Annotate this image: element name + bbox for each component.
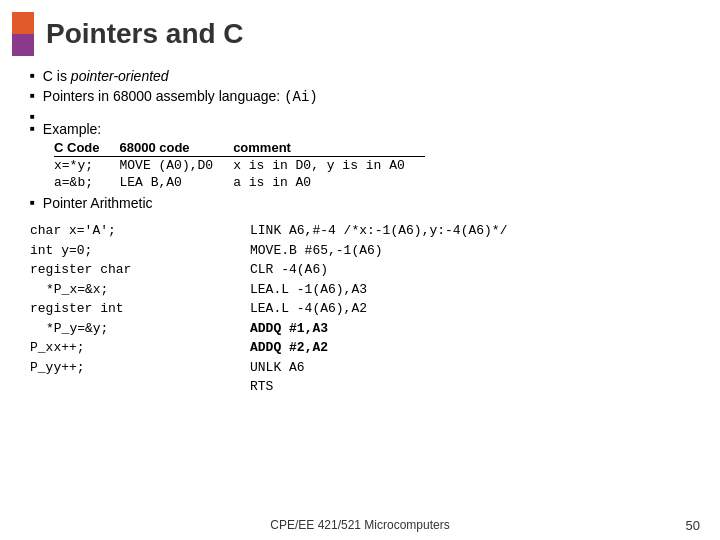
table-row: a=&b; LEA B,A0 a is in A0 bbox=[54, 174, 425, 191]
code-line: *P_y=&y; bbox=[30, 319, 230, 339]
cell-ccode-1: x=*y; bbox=[54, 157, 120, 175]
code-line: char x='A'; bbox=[30, 221, 230, 241]
table-row: x=*y; MOVE (A0),D0 x is in D0, y is in A… bbox=[54, 157, 425, 175]
code-line: CLR -4(A6) bbox=[250, 260, 690, 280]
col-header-comment: comment bbox=[233, 139, 425, 157]
example-table: C Code 68000 code comment x=*y; MOVE (A0… bbox=[54, 139, 425, 191]
bullet-2-text: Pointers in 68000 assembly language: (Ai… bbox=[43, 88, 318, 105]
bullet-4-text: Pointer Arithmetic bbox=[43, 195, 153, 211]
slide: Pointers and C C is pointer-oriented Poi… bbox=[0, 0, 720, 540]
footer: CPE/EE 421/521 Microcomputers 50 bbox=[0, 518, 720, 532]
code-line: register char bbox=[30, 260, 230, 280]
cell-68000-2: LEA B,A0 bbox=[120, 174, 234, 191]
footer-page: 50 bbox=[686, 518, 700, 533]
code-line: register int bbox=[30, 299, 230, 319]
code-line: LEA.L -1(A6),A3 bbox=[250, 280, 690, 300]
code-line: UNLK A6 bbox=[250, 358, 690, 378]
code-line-bold: ADDQ #2,A2 bbox=[250, 338, 690, 358]
table-header: C Code 68000 code comment bbox=[54, 139, 425, 157]
code-line: P_xx++; bbox=[30, 338, 230, 358]
code-line-bold: ADDQ #1,A3 bbox=[250, 319, 690, 339]
deco-top bbox=[12, 12, 34, 34]
code-line: LINK A6,#-4 /*x:-1(A6),y:-4(A6)*/ bbox=[250, 221, 690, 241]
bullet-1-italic: pointer-oriented bbox=[71, 68, 169, 84]
col-header-68000: 68000 code bbox=[120, 139, 234, 157]
cell-comment-1: x is in D0, y is in A0 bbox=[233, 157, 425, 175]
header: Pointers and C bbox=[0, 0, 720, 64]
bullet-3-icon: ■ bbox=[30, 124, 35, 133]
code-line: P_yy++; bbox=[30, 358, 230, 378]
bullet-1: C is pointer-oriented bbox=[30, 68, 690, 84]
bullet-1-text: C is pointer-oriented bbox=[43, 68, 169, 84]
cell-comment-2: a is in A0 bbox=[233, 174, 425, 191]
code-line: MOVE.B #65,-1(A6) bbox=[250, 241, 690, 261]
code-line: RTS bbox=[250, 377, 690, 397]
deco-bottom bbox=[12, 34, 34, 56]
bullet-list: C is pointer-oriented Pointers in 68000 … bbox=[30, 68, 690, 211]
footer-text: CPE/EE 421/521 Microcomputers bbox=[0, 518, 720, 532]
code-section: char x='A'; int y=0; register char *P_x=… bbox=[30, 221, 690, 397]
code-left: char x='A'; int y=0; register char *P_x=… bbox=[30, 221, 230, 397]
bullet-2: Pointers in 68000 assembly language: (Ai… bbox=[30, 88, 690, 105]
slide-title: Pointers and C bbox=[46, 18, 244, 50]
content-area: C is pointer-oriented Pointers in 68000 … bbox=[0, 64, 720, 407]
code-line: int y=0; bbox=[30, 241, 230, 261]
col-header-ccode: C Code bbox=[54, 139, 120, 157]
cell-ccode-2: a=&b; bbox=[54, 174, 120, 191]
bullet-3-label: Example: bbox=[43, 121, 101, 137]
bullet-4: Pointer Arithmetic bbox=[30, 195, 690, 211]
code-line: LEA.L -4(A6),A2 bbox=[250, 299, 690, 319]
bullet-3: ■ Example: C Code 68000 code comment bbox=[30, 109, 690, 191]
code-right: LINK A6,#-4 /*x:-1(A6),y:-4(A6)*/ MOVE.B… bbox=[250, 221, 690, 397]
header-decoration bbox=[12, 12, 34, 56]
code-line: *P_x=&x; bbox=[30, 280, 230, 300]
cell-68000-1: MOVE (A0),D0 bbox=[120, 157, 234, 175]
bullet-2-mono: (Ai) bbox=[284, 89, 318, 105]
table-body: x=*y; MOVE (A0),D0 x is in D0, y is in A… bbox=[54, 157, 425, 192]
